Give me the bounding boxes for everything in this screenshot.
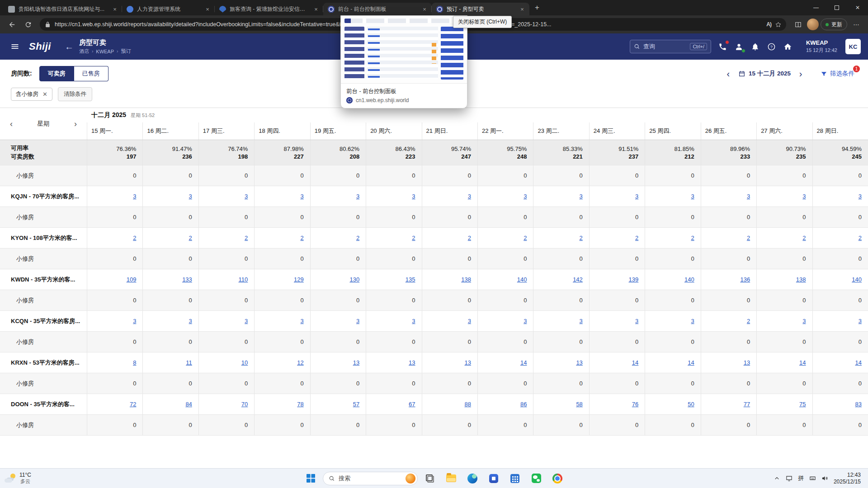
room-count-link[interactable]: 11: [186, 359, 192, 366]
tab-close-button[interactable]: ×: [312, 5, 320, 13]
browser-profile-avatar[interactable]: [807, 19, 819, 30]
room-count-link[interactable]: 13: [409, 359, 415, 366]
room-count-link[interactable]: 2: [468, 235, 471, 241]
room-count-link[interactable]: 109: [127, 276, 137, 283]
room-count-link[interactable]: 3: [245, 318, 248, 324]
room-count-link[interactable]: 14: [799, 359, 806, 366]
browser-menu-icon[interactable]: ⋯: [849, 18, 863, 31]
browser-tab[interactable]: 预订 - 房型可卖×: [432, 3, 529, 15]
room-count-link[interactable]: 3: [635, 193, 638, 200]
minimize-button[interactable]: —: [806, 0, 826, 15]
room-count-link[interactable]: 3: [412, 193, 415, 200]
room-count-link[interactable]: 57: [353, 401, 359, 408]
room-count-link[interactable]: 8: [133, 359, 136, 366]
page-back-button[interactable]: ←: [63, 40, 75, 53]
date-prev-icon[interactable]: ‹: [723, 68, 734, 79]
wechat-button[interactable]: [527, 469, 545, 488]
room-count-link[interactable]: 3: [356, 193, 359, 200]
person-icon[interactable]: [731, 38, 747, 55]
room-count-link[interactable]: 77: [744, 401, 750, 408]
room-count-link[interactable]: 139: [629, 276, 639, 283]
keyboard-icon[interactable]: [809, 475, 816, 482]
edge-button[interactable]: [463, 469, 481, 488]
room-count-link[interactable]: 78: [297, 401, 303, 408]
room-count-link[interactable]: 129: [294, 276, 304, 283]
room-count-link[interactable]: 13: [353, 359, 359, 366]
room-count-link[interactable]: 10: [241, 359, 248, 366]
room-count-link[interactable]: 72: [130, 401, 136, 408]
date-next-icon[interactable]: ›: [795, 68, 806, 79]
taskbar-search-input[interactable]: 搜索: [323, 472, 418, 485]
volume-icon[interactable]: [821, 475, 828, 482]
search-highlight-icon[interactable]: [406, 474, 415, 483]
maximize-button[interactable]: [826, 0, 847, 15]
room-count-link[interactable]: 2: [412, 235, 415, 241]
browser-update-button[interactable]: 更新: [821, 19, 847, 30]
hidden-icons-chevron-icon[interactable]: [774, 475, 780, 482]
room-count-link[interactable]: 2: [300, 235, 303, 241]
room-count-link[interactable]: 130: [349, 276, 359, 283]
room-count-link[interactable]: 3: [802, 193, 806, 200]
room-count-link[interactable]: 14: [632, 359, 638, 366]
chip-close-icon[interactable]: ✕: [42, 91, 47, 98]
help-icon[interactable]: ?: [764, 38, 780, 55]
room-count-link[interactable]: 3: [580, 193, 583, 200]
home-icon[interactable]: [780, 38, 796, 55]
room-count-link[interactable]: 3: [412, 318, 415, 324]
room-count-link[interactable]: 13: [576, 359, 582, 366]
room-count-link[interactable]: 140: [517, 276, 527, 283]
room-count-link[interactable]: 3: [189, 193, 192, 200]
room-count-link[interactable]: 3: [356, 318, 359, 324]
blue-app-button[interactable]: [485, 469, 503, 488]
room-count-link[interactable]: 138: [796, 276, 806, 283]
room-count-link[interactable]: 3: [245, 193, 248, 200]
room-count-link[interactable]: 3: [300, 193, 303, 200]
room-count-link[interactable]: 3: [133, 193, 136, 200]
room-count-link[interactable]: 3: [524, 318, 527, 324]
room-count-link[interactable]: 2: [356, 235, 359, 241]
room-count-link[interactable]: 2: [580, 235, 583, 241]
back-button[interactable]: [5, 18, 19, 31]
toggle-sold-rooms[interactable]: 已售房: [74, 66, 108, 81]
room-count-link[interactable]: 13: [744, 359, 750, 366]
filter-conditions-button[interactable]: 筛选条件 1: [821, 70, 857, 78]
ime-indicator[interactable]: 拼: [798, 474, 804, 482]
room-count-link[interactable]: 3: [524, 193, 527, 200]
close-window-button[interactable]: ✕: [847, 0, 868, 15]
clear-filters-button[interactable]: 清除条件: [58, 87, 92, 101]
tab-preview-thumbnail[interactable]: [341, 16, 467, 84]
room-count-link[interactable]: 110: [239, 276, 248, 283]
room-count-link[interactable]: 3: [859, 193, 862, 200]
room-count-link[interactable]: 70: [241, 401, 248, 408]
room-count-link[interactable]: 13: [465, 359, 471, 366]
room-count-link[interactable]: 135: [406, 276, 415, 283]
room-count-link[interactable]: 2: [635, 235, 638, 241]
date-picker[interactable]: 15 十二月 2025: [738, 70, 791, 78]
tab-close-button[interactable]: ×: [519, 5, 526, 13]
room-count-link[interactable]: 83: [855, 401, 862, 408]
room-count-link[interactable]: 14: [855, 359, 862, 366]
room-count-link[interactable]: 58: [576, 401, 582, 408]
taskbar-clock[interactable]: 12:43 2025/12/15: [834, 472, 861, 485]
room-count-link[interactable]: 67: [409, 401, 415, 408]
split-screen-icon[interactable]: [791, 18, 805, 31]
room-count-link[interactable]: 2: [245, 235, 248, 241]
global-search-input[interactable]: 查询 Ctrl+/: [630, 40, 711, 53]
browser-tab[interactable]: 人力资源管理系统×: [122, 3, 215, 15]
toggle-sellable-rooms[interactable]: 可卖房: [39, 66, 74, 81]
room-count-link[interactable]: 133: [182, 276, 192, 283]
room-count-link[interactable]: 76: [632, 401, 638, 408]
room-count-link[interactable]: 3: [635, 318, 638, 324]
task-view-button[interactable]: [421, 469, 439, 488]
new-tab-button[interactable]: +: [531, 2, 543, 14]
room-count-link[interactable]: 142: [573, 276, 583, 283]
start-button[interactable]: [302, 469, 320, 488]
room-count-link[interactable]: 3: [189, 318, 192, 324]
room-count-link[interactable]: 3: [468, 318, 471, 324]
display-icon[interactable]: [786, 475, 793, 482]
room-count-link[interactable]: 2: [189, 235, 192, 241]
phone-icon[interactable]: [715, 38, 731, 55]
tab-close-button[interactable]: ×: [421, 5, 428, 13]
room-count-link[interactable]: 3: [300, 318, 303, 324]
room-count-link[interactable]: 140: [852, 276, 862, 283]
